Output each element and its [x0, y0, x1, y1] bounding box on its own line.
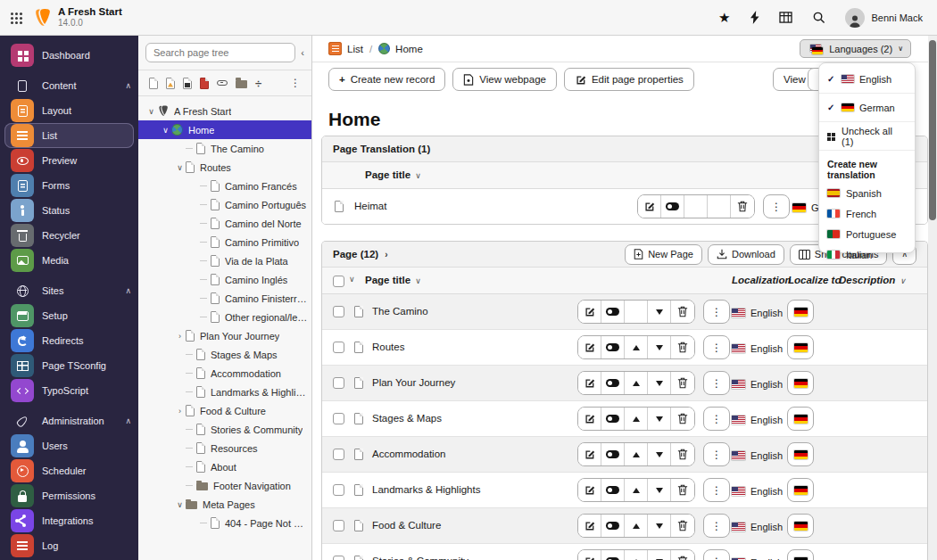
sidebar-item-users[interactable]: Users — [0, 433, 138, 458]
localize-to-german-button[interactable] — [787, 407, 814, 431]
sidebar-item-preview[interactable]: Preview — [0, 148, 138, 173]
tree-node[interactable]: Footer Navigation — [138, 476, 311, 495]
move-down-button[interactable] — [648, 479, 671, 501]
divider-drag-icon[interactable]: ÷ — [255, 78, 261, 89]
tree-node-home[interactable]: ∨Home — [138, 120, 311, 139]
move-up-button[interactable] — [625, 479, 648, 501]
more-options-button[interactable]: ⋮ — [763, 194, 790, 218]
row-select-checkbox[interactable] — [333, 377, 344, 389]
localize-to-german-button[interactable] — [787, 514, 814, 538]
menu-item-french[interactable]: French — [819, 203, 915, 224]
tree-node[interactable]: About — [138, 457, 311, 476]
row-select-checkbox[interactable] — [333, 342, 344, 353]
row-select-checkbox[interactable] — [333, 413, 344, 424]
move-up-button[interactable] — [625, 515, 648, 537]
edit-button[interactable] — [578, 336, 601, 358]
edit-button[interactable] — [578, 515, 601, 537]
row-select-checkbox[interactable] — [333, 556, 344, 560]
delete-button[interactable] — [671, 408, 694, 430]
edit-button[interactable] — [578, 372, 601, 394]
tree-node[interactable]: Camino Finisterre & Muxía — [138, 289, 311, 308]
hide-toggle-button[interactable] — [601, 372, 625, 394]
hide-toggle-button[interactable] — [601, 479, 625, 501]
tree-node[interactable]: The Camino — [138, 139, 311, 158]
sidebar-item-redirects[interactable]: Redirects — [0, 328, 138, 353]
move-down-button[interactable] — [648, 301, 671, 323]
hide-toggle-button[interactable] — [661, 195, 684, 218]
sidebar-item-list[interactable]: List — [4, 123, 134, 148]
tree-node[interactable]: Camino del Norte — [138, 214, 311, 233]
hide-toggle-button[interactable] — [601, 515, 625, 537]
more-options-button[interactable]: ⋮ — [703, 514, 730, 538]
record-title[interactable]: Stages & Maps — [372, 413, 442, 424]
sidebar-item-media[interactable]: Media — [0, 248, 138, 273]
new-folder-drag-icon[interactable] — [236, 80, 247, 88]
tree-node[interactable]: Other regional/lesser-kno… — [138, 308, 311, 326]
tree-node[interactable]: Camino Francés — [138, 177, 311, 195]
delete-button[interactable] — [671, 515, 694, 537]
move-down-button[interactable] — [648, 408, 671, 430]
tree-node[interactable]: Camino Português — [138, 195, 311, 214]
tree-node[interactable]: ∨Meta Pages — [138, 495, 311, 514]
new-shortcut-drag-icon[interactable] — [183, 78, 192, 89]
record-title[interactable]: Accommodation — [372, 449, 445, 459]
tree-node[interactable]: Stages & Maps — [138, 345, 311, 364]
tree-node[interactable]: ∨Routes — [138, 158, 311, 177]
sidebar-item-page-tsconfig[interactable]: Page TSconfig — [0, 353, 138, 378]
row-select-checkbox[interactable] — [333, 484, 344, 496]
move-up-button[interactable] — [625, 443, 648, 465]
hide-toggle-button[interactable] — [601, 550, 625, 560]
new-page-drag-icon[interactable] — [149, 78, 158, 89]
link-icon[interactable] — [217, 80, 228, 86]
more-options-button[interactable]: ⋮ — [703, 549, 730, 560]
move-up-button[interactable] — [625, 372, 648, 394]
delete-button[interactable] — [671, 372, 694, 394]
sidebar-item-status[interactable]: Status — [0, 198, 138, 223]
record-title[interactable]: Routes — [372, 342, 404, 352]
localize-to-german-button[interactable] — [787, 549, 814, 560]
col-header-localize-to[interactable]: Localize to — [788, 275, 841, 285]
move-down-button[interactable] — [648, 336, 671, 358]
tree-more-menu-icon[interactable]: ⋮ — [290, 78, 301, 88]
col-header-page-title[interactable]: Page title∨ — [365, 275, 421, 285]
move-down-button[interactable] — [648, 550, 671, 560]
tree-node[interactable]: ›Plan Your Journey — [138, 326, 311, 345]
collapse-tree-icon[interactable]: ‹ — [301, 47, 304, 58]
view-webpage-button[interactable]: View webpage — [452, 68, 557, 91]
tree-node[interactable]: Accommodation — [138, 364, 311, 383]
username-label[interactable]: Benni Mack — [872, 12, 923, 23]
sidebar-item-dashboard[interactable]: Dashboard — [0, 43, 138, 68]
delete-button[interactable] — [671, 443, 694, 465]
menu-item-italian[interactable]: Italian — [819, 244, 915, 265]
hide-toggle-button[interactable] — [601, 336, 625, 358]
create-new-record-button[interactable]: +Create new record — [328, 68, 445, 91]
record-title[interactable]: Landmarks & Highlights — [372, 484, 480, 495]
delete-button[interactable] — [671, 301, 694, 323]
edit-button[interactable] — [638, 195, 661, 218]
menu-item-german[interactable]: ✓German — [819, 94, 915, 122]
edit-page-properties-button[interactable]: Edit page properties — [564, 68, 694, 91]
tree-node-root[interactable]: ∨A Fresh Start — [138, 102, 311, 120]
localize-to-german-button[interactable] — [787, 442, 814, 466]
menu-item-english[interactable]: ✓English — [819, 65, 915, 94]
tree-node[interactable]: Via de la Plata — [138, 251, 311, 270]
cache-table-icon[interactable] — [779, 12, 792, 23]
more-options-button[interactable]: ⋮ — [703, 335, 730, 359]
sidebar-item-typoscript[interactable]: TypoScript — [0, 378, 138, 403]
edit-button[interactable] — [578, 443, 601, 465]
delete-button[interactable] — [671, 336, 694, 358]
sidebar-item-administration[interactable]: Administration∧ — [0, 408, 138, 433]
localize-to-german-button[interactable] — [787, 478, 814, 502]
page-tree-search-input[interactable] — [145, 43, 295, 62]
tree-node[interactable]: Landmarks & Highlights — [138, 383, 311, 401]
avatar[interactable] — [845, 8, 865, 28]
new-page-alt-drag-icon[interactable] — [166, 78, 175, 89]
move-up-button[interactable] — [625, 336, 648, 358]
select-all-checkbox[interactable] — [333, 276, 344, 287]
row-select-checkbox[interactable] — [333, 306, 344, 317]
move-down-button[interactable] — [648, 443, 671, 465]
tree-node[interactable]: Camino Primitivo — [138, 233, 311, 251]
tree-node[interactable]: Camino Inglés — [138, 270, 311, 289]
hide-toggle-button[interactable] — [601, 301, 625, 323]
languages-dropdown-button[interactable]: Languages (2) ∨ — [800, 39, 911, 58]
